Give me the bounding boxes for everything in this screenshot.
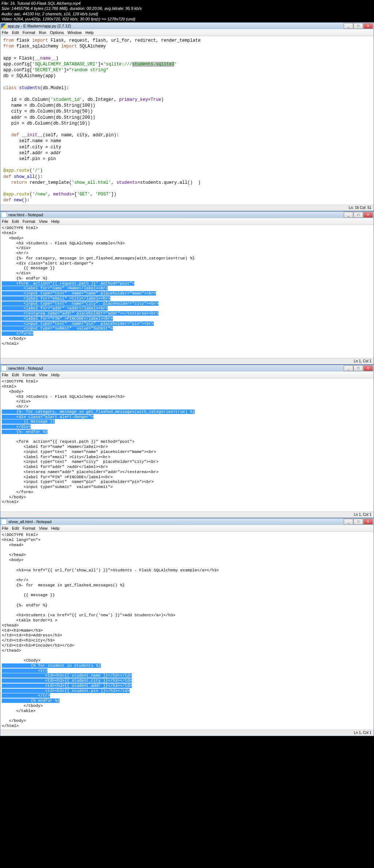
notepad1-text-area[interactable]: <!DOCTYPE html> <html> <body> <h3 >Stude… bbox=[0, 225, 374, 358]
notepad3-menubar: File Edit Format View Help bbox=[0, 525, 374, 532]
maximize-button[interactable]: □ bbox=[354, 212, 363, 218]
menu-help[interactable]: Help bbox=[51, 373, 60, 377]
close-button[interactable]: ✕ bbox=[363, 365, 373, 371]
menu-window[interactable]: Window bbox=[68, 30, 82, 35]
notepad3-titlebar[interactable]: show_all.html - Notepad _ □ ✕ bbox=[0, 518, 374, 525]
notepad2-titlebar[interactable]: new.html - Notepad _ □ ✕ bbox=[0, 365, 374, 372]
notepad-window-2: new.html - Notepad _ □ ✕ File Edit Forma… bbox=[0, 365, 374, 518]
menu-file[interactable]: File bbox=[2, 219, 8, 224]
video-size-line: Size: 14455796.4 bytes (13.786 MiB), dur… bbox=[1, 6, 373, 11]
window-controls: _ □ ✕ bbox=[344, 23, 373, 29]
idle-title: app.py - E:\flaskenv\app.py (2.7.12) bbox=[8, 24, 344, 28]
menu-view[interactable]: View bbox=[39, 373, 48, 377]
notepad-window-1: new.html - Notepad _ □ ✕ File Edit Forma… bbox=[0, 211, 374, 365]
menu-edit[interactable]: Edit bbox=[12, 30, 19, 35]
notepad-window-3: show_all.html - Notepad _ □ ✕ File Edit … bbox=[0, 518, 374, 736]
menu-view[interactable]: View bbox=[39, 526, 48, 530]
menu-edit[interactable]: Edit bbox=[12, 219, 19, 224]
menu-edit[interactable]: Edit bbox=[12, 373, 19, 377]
close-button[interactable]: ✕ bbox=[363, 519, 373, 525]
menu-file[interactable]: File bbox=[2, 373, 8, 377]
selected-text: students.sqlite3 bbox=[132, 62, 174, 67]
maximize-button[interactable]: □ bbox=[354, 365, 363, 371]
selected-text: {% for student in students %} <tr> <td><… bbox=[2, 663, 132, 703]
minimize-button[interactable]: _ bbox=[344, 212, 353, 218]
close-button[interactable]: ✕ bbox=[363, 212, 373, 218]
notepad2-text-area[interactable]: <!DOCTYPE html> <html> <body> <h3 >Stude… bbox=[0, 378, 374, 511]
notepad1-statusbar: Ln 1, Col 1 bbox=[0, 358, 374, 364]
video-metadata-overlay: File: 16. Tutorial 60-Flask SQL Alchemy.… bbox=[0, 0, 374, 22]
maximize-button[interactable]: □ bbox=[354, 519, 363, 525]
notepad-icon bbox=[1, 212, 7, 218]
menu-view[interactable]: View bbox=[39, 219, 48, 224]
notepad-icon bbox=[1, 519, 7, 525]
menu-help[interactable]: Help bbox=[51, 219, 60, 224]
video-video-line: Video: h264, yuv420p, 1280x720, 822 kb/s… bbox=[1, 16, 373, 22]
idle-statusbar: Ln: 16 Col: 51 bbox=[0, 205, 374, 211]
notepad1-title: new.html - Notepad bbox=[8, 213, 344, 217]
menu-help[interactable]: Help bbox=[85, 30, 94, 35]
menu-edit[interactable]: Edit bbox=[12, 526, 19, 530]
menu-options[interactable]: Options bbox=[50, 30, 64, 35]
python-icon bbox=[1, 23, 6, 28]
minimize-button[interactable]: _ bbox=[344, 23, 353, 29]
menu-format[interactable]: Format bbox=[23, 526, 35, 530]
notepad2-menubar: File Edit Format View Help bbox=[0, 372, 374, 378]
window-controls: _ □ ✕ bbox=[344, 212, 373, 218]
notepad2-statusbar: Ln 1, Col 1 bbox=[0, 511, 374, 518]
minimize-button[interactable]: _ bbox=[344, 519, 353, 525]
menu-format[interactable]: Format bbox=[23, 373, 35, 377]
idle-menubar: File Edit Format Run Options Window Help bbox=[0, 29, 374, 36]
menu-run[interactable]: Run bbox=[39, 30, 46, 35]
selected-text: {%- for category, message in get_flashed… bbox=[2, 410, 195, 434]
python-code-editor[interactable]: from flask import Flask, request, flash,… bbox=[0, 36, 374, 205]
video-audio-line: Audio: aac, 44100 Hz, 2 channels, s16, 1… bbox=[1, 11, 373, 16]
selected-text: <form action="{{ request.path }}" method… bbox=[2, 281, 159, 336]
window-controls: _ □ ✕ bbox=[344, 519, 373, 525]
menu-help[interactable]: Help bbox=[51, 526, 60, 530]
menu-format[interactable]: Format bbox=[23, 30, 35, 35]
notepad1-titlebar[interactable]: new.html - Notepad _ □ ✕ bbox=[0, 212, 374, 218]
maximize-button[interactable]: □ bbox=[354, 23, 363, 29]
idle-editor-window: app.py - E:\flaskenv\app.py (2.7.12) _ □… bbox=[0, 22, 374, 211]
window-controls: _ □ ✕ bbox=[344, 365, 373, 371]
notepad-icon bbox=[1, 365, 7, 371]
minimize-button[interactable]: _ bbox=[344, 365, 353, 371]
notepad2-title: new.html - Notepad bbox=[8, 366, 344, 370]
notepad3-statusbar: Ln 1, Col 1 bbox=[0, 730, 374, 736]
notepad3-title: show_all.html - Notepad bbox=[8, 519, 344, 524]
video-file-line: File: 16. Tutorial 60-Flask SQL Alchemy.… bbox=[1, 1, 373, 6]
menu-file[interactable]: File bbox=[2, 30, 8, 35]
notepad1-menubar: File Edit Format View Help bbox=[0, 218, 374, 225]
close-button[interactable]: ✕ bbox=[363, 23, 373, 29]
menu-file[interactable]: File bbox=[2, 526, 8, 530]
idle-titlebar[interactable]: app.py - E:\flaskenv\app.py (2.7.12) _ □… bbox=[0, 23, 374, 29]
notepad3-text-area[interactable]: <!DOCTYPE html> <html lang="en"> <head> … bbox=[0, 532, 374, 729]
menu-format[interactable]: Format bbox=[23, 219, 35, 224]
